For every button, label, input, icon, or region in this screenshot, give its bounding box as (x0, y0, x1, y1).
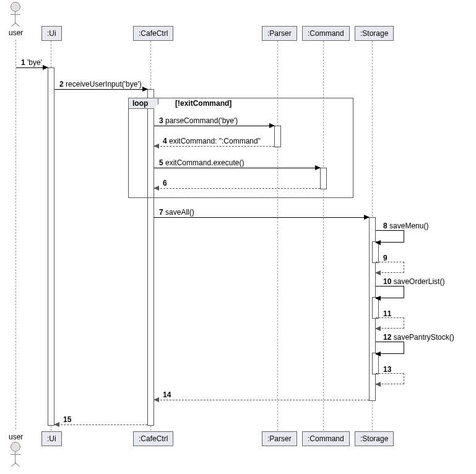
msg-11-line (376, 317, 404, 329)
msg-9-line (376, 262, 404, 273)
msg-10-label: 10 saveOrderList() (383, 277, 444, 286)
participant-ui-bottom: :Ui (41, 431, 62, 446)
msg-3-label: 3 parseCommand('bye') (159, 116, 238, 125)
msg-15-label: 15 (63, 415, 71, 424)
msg-8-line (376, 230, 404, 243)
msg-10-line (376, 286, 404, 298)
msg-15-line (54, 424, 147, 425)
participant-command-top: :Command (302, 26, 350, 41)
msg-5-line (154, 168, 320, 168)
msg-12-label: 12 savePantryStock() (383, 333, 454, 342)
msg-14-line (154, 400, 369, 400)
loop-guard: [!exitCommand] (175, 99, 232, 108)
participant-cafectrl-bottom: :CafeCtrl (133, 431, 173, 446)
actor-user-top (11, 2, 20, 23)
msg-4-line (154, 146, 274, 147)
msg-3-line (154, 126, 274, 126)
msg-8-label: 8 saveMenu() (383, 222, 428, 230)
msg-4-label: 4 exitCommand: ":Command" (163, 137, 261, 145)
actor-user-top-label: user (9, 28, 23, 37)
participant-command-bottom: :Command (302, 431, 350, 446)
participant-ui-top: :Ui (41, 26, 62, 41)
msg-6-label: 6 (163, 179, 167, 187)
msg-12-line (376, 342, 404, 354)
msg-1-line (16, 67, 48, 68)
participant-parser-top: :Parser (262, 26, 297, 41)
participant-storage-top: :Storage (355, 26, 394, 41)
msg-5-label: 5 exitCommand.execute() (159, 158, 244, 167)
activation-ui (48, 67, 54, 426)
msg-1-label: 1 'bye' (21, 58, 42, 67)
msg-2-line (54, 89, 147, 90)
msg-13-line (376, 373, 404, 384)
actor-user-bottom (11, 442, 20, 463)
msg-14-label: 14 (163, 390, 171, 399)
msg-13-label: 13 (383, 365, 391, 374)
msg-7-line (154, 217, 369, 218)
participant-parser-bottom: :Parser (262, 431, 297, 446)
msg-2-label: 2 receiveUserInput('bye') (59, 80, 142, 88)
loop-frame: loop [!exitCommand] (128, 98, 353, 198)
participant-cafectrl-top: :CafeCtrl (133, 26, 173, 41)
lifeline-user (15, 40, 16, 429)
participant-storage-bottom: :Storage (355, 431, 394, 446)
actor-user-bottom-label: user (9, 433, 23, 441)
msg-9-label: 9 (383, 254, 387, 262)
loop-tag: loop (128, 98, 158, 109)
msg-6-line (154, 188, 320, 189)
msg-7-label: 7 saveAll() (159, 208, 194, 217)
msg-11-label: 11 (383, 309, 391, 318)
